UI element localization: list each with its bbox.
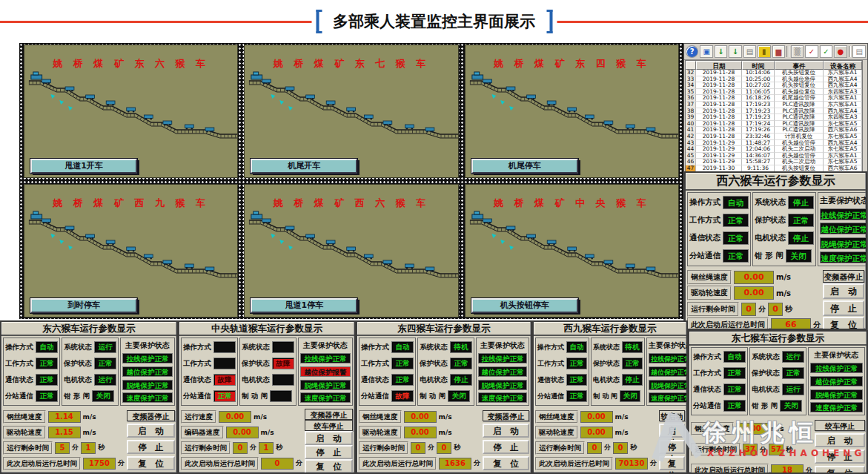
cable-car-icon [365, 115, 374, 119]
status-col-mid: 系统状态保护状态故障电机状态制 动 闸 [239, 338, 296, 406]
start-button[interactable]: 启 动 [659, 424, 685, 438]
log-row[interactable]: 442019-11-2912:04:06机头二次启动东七猴车A5 [686, 146, 862, 153]
status-label: 系统状态 [64, 343, 92, 352]
status-row: 系统状态停止 [755, 196, 814, 209]
reset-button[interactable]: 复 位 [815, 466, 865, 474]
status-value: 正常 [213, 390, 236, 402]
log-row[interactable]: 332019-11-2810:25:00机头越位急停西九猴车A4 [686, 76, 862, 83]
map-panel-button[interactable]: 机头按钮停车 [471, 298, 578, 313]
status-value: 关闭 [780, 400, 802, 412]
locomotive-icon [31, 72, 42, 79]
map-panel-button[interactable]: 甩道1停车 [251, 298, 357, 313]
log-row[interactable]: 412019-11-2817:19:26PLC通讯故障西六猴车A6 [686, 127, 862, 134]
log-row[interactable]: 382019-11-2817:19:23PLC通讯故障西九猴车A4 [686, 108, 862, 115]
status-value: 停止 [788, 196, 814, 209]
audit-red-icon[interactable]: ✓ [805, 45, 818, 58]
log-row[interactable]: 452019-11-2914:36:07机头越位管停东六猴车A1 [686, 153, 862, 159]
title-bracket-left [316, 10, 322, 33]
toolbar-separator [786, 46, 789, 57]
cable-car-icon [365, 254, 374, 259]
status-value [213, 358, 236, 369]
map-panel-button[interactable]: 机尾停车 [471, 159, 578, 174]
reset-button[interactable]: 复 位 [659, 456, 685, 470]
log-row[interactable]: 392019-11-2817:19:23PLC通讯故障东四猴车A3 [686, 114, 862, 121]
stop-button[interactable]: 停 止 [659, 440, 685, 454]
copy-icon[interactable]: ▤ [743, 45, 756, 58]
log-row[interactable]: 402019-11-2817:19:24PLC通讯故障东七猴车A5 [686, 121, 862, 128]
stop-button[interactable]: 停 止 [815, 450, 865, 464]
monitor-icon[interactable]: ▣ [700, 45, 712, 58]
direction-arrow-icon [491, 94, 496, 99]
direction-arrow-icon [509, 246, 514, 250]
map-panel-button[interactable]: 机尾开车 [251, 159, 357, 174]
reset-button[interactable]: 复 位 [823, 317, 864, 330]
stop-button[interactable]: 停 止 [823, 300, 864, 316]
status-label: 操作方式 [361, 343, 389, 352]
hand-icon[interactable]: ▒ [791, 45, 804, 58]
log-row[interactable]: 462019-11-2915:58:27机头二次启动东七猴车A5 [686, 159, 862, 165]
lock-icon[interactable]: ▮ [758, 45, 770, 58]
import-icon[interactable]: ↓ [715, 45, 727, 58]
speed-row: 驱动轮速度1.15m/s [3, 426, 125, 439]
status-value: 正常 [782, 367, 804, 379]
status-row: 操作方式 [183, 341, 236, 353]
log-col-time: 时间 [742, 61, 775, 70]
status-label: 通信状态 [689, 233, 720, 243]
log-row[interactable]: 422019-11-2823:32:46计算机复位东七猴车A5 [686, 134, 862, 140]
map-panel-button[interactable]: 甩道1开车 [30, 159, 137, 174]
direction-arrow-icon [280, 100, 285, 105]
protection-status: 脱绳保护正常 [122, 380, 173, 390]
cable-car-icon [585, 254, 594, 259]
cable-car-icon [106, 240, 115, 245]
control-buttons: 绞车停止启 动停 止复 位 [815, 418, 865, 474]
status-label: 电机状态 [593, 375, 620, 385]
chart-icon[interactable]: ▆ [772, 45, 785, 58]
help-icon[interactable]: ? [686, 45, 698, 58]
start-button[interactable]: 启 动 [815, 433, 865, 447]
start-button[interactable]: 启 动 [483, 424, 529, 438]
status-label: 钳 形 闸 [752, 401, 778, 411]
log-row[interactable]: 362019-11-2816:18:26机尾越位管停东六猴车A1 [686, 95, 862, 102]
log-col-date: 日期 [696, 61, 742, 70]
stop-button[interactable]: 停 止 [127, 440, 175, 454]
status-label: 通信状态 [183, 375, 211, 385]
reset-button[interactable]: 复 位 [483, 456, 529, 470]
log-row[interactable]: 342019-11-2810:27:02机头按钮复位西九猴车A4 [686, 82, 862, 89]
audit-green-icon[interactable]: ✓ [820, 45, 832, 58]
start-button[interactable]: 启 动 [305, 431, 353, 445]
map-grid: 姚 桥 煤 矿 东 六 猴 车甩道1开车姚 桥 煤 矿 东 七 猴 车机尾开车姚… [19, 43, 683, 319]
status-row: 操作方式自动 [537, 341, 587, 353]
estop-icon[interactable]: ● [834, 45, 847, 58]
status-col-mid: 系统状态停止保护状态正常电机状态停止钳 形 闸关闭 [752, 192, 816, 266]
status-col-mid: 系统状态运行保护状态正常电机状态运行钳 形 闸关闭 [62, 338, 119, 406]
status-row: 保护状态正常 [593, 358, 643, 369]
stop-button[interactable]: 停 止 [305, 445, 353, 459]
reset-button[interactable]: 复 位 [127, 456, 175, 470]
protection-status: 速度保护正常 [810, 402, 863, 412]
export-icon[interactable]: ↓ [729, 45, 741, 58]
reset-button[interactable]: 复 位 [305, 459, 353, 473]
cable-car-icon [185, 264, 193, 269]
locomotive-icon [251, 211, 262, 219]
log-row[interactable]: 322019-11-2810:14:06机头按钮复位东六猴车A1 [686, 70, 862, 76]
log-row[interactable]: 432019-11-2911:48:27机头越位管停西九猴车A4 [686, 140, 862, 147]
map-panel-button[interactable]: 到时停车 [30, 298, 137, 313]
status-row: 系统状态运行 [64, 341, 116, 353]
stop-button[interactable]: 停 止 [483, 440, 529, 454]
map-panel-title: 姚 桥 煤 矿 东 六 猴 车 [24, 57, 237, 70]
control-buttons: 变频器停止启 动停 止复 位 [483, 409, 529, 471]
start-button[interactable]: 启 动 [823, 283, 864, 299]
status-label: 电机状态 [752, 385, 780, 395]
status-row: 钳 形 闸关闭 [64, 390, 116, 402]
total-time-row: 此次启动后运行总时间1750分 [3, 457, 125, 470]
log-row[interactable]: 352019-11-2811:06:05机头越位复位东四猴车A3 [686, 89, 862, 96]
start-button[interactable]: 启 动 [127, 424, 175, 438]
status-value: 关闭 [620, 390, 640, 402]
report-icon[interactable]: ▤ [852, 45, 865, 58]
drive-state-label: 变频器停止 [127, 410, 175, 421]
log-row[interactable]: 372019-11-2817:19:23PLC通讯故障东六猴车A1 [686, 102, 862, 108]
status-value: 运行 [94, 374, 116, 386]
status-row: 通信状态正常 [537, 374, 587, 386]
status-label: 系统状态 [242, 343, 270, 352]
status-col-mid: 系统状态待机保护状态正常电机状态停止制 动 闸关闭 [591, 338, 645, 406]
